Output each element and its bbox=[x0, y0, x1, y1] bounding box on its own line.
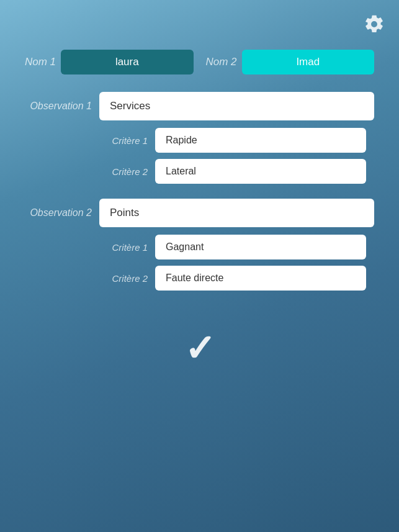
criteria2-2-label: Critère 2 bbox=[99, 273, 155, 284]
name-group-2: Nom 2 Imad bbox=[206, 50, 375, 74]
settings-button[interactable] bbox=[361, 11, 388, 38]
criteria1-2-value[interactable]: Lateral bbox=[155, 159, 366, 184]
observation2-value[interactable]: Points bbox=[99, 199, 374, 227]
name-group-1: Nom 1 laura bbox=[25, 50, 194, 74]
observation1-label: Observation 1 bbox=[25, 101, 99, 112]
name-row: Nom 1 laura Nom 2 Imad bbox=[25, 50, 374, 74]
criteria2-2-value[interactable]: Faute directe bbox=[155, 266, 366, 291]
nom2-label: Nom 2 bbox=[206, 56, 242, 68]
criteria1-2-row: Critère 2 Lateral bbox=[99, 159, 374, 184]
criteria1-1-label: Critère 1 bbox=[99, 135, 155, 146]
gear-icon bbox=[364, 14, 385, 37]
criteria-list-2: Critère 1 Gagnant Critère 2 Faute direct… bbox=[25, 235, 374, 291]
criteria-list-1: Critère 1 Rapide Critère 2 Lateral bbox=[25, 128, 374, 184]
criteria2-1-value[interactable]: Gagnant bbox=[155, 235, 366, 259]
criteria1-2-label: Critère 2 bbox=[99, 166, 155, 177]
criteria2-2-row: Critère 2 Faute directe bbox=[99, 266, 374, 291]
observation1-value[interactable]: Services bbox=[99, 92, 374, 120]
nom1-value[interactable]: laura bbox=[61, 50, 193, 74]
observation2-row: Observation 2 Points bbox=[25, 199, 374, 227]
nom2-value[interactable]: Imad bbox=[242, 50, 374, 74]
criteria1-1-value[interactable]: Rapide bbox=[155, 128, 366, 153]
checkmark-icon: ✓ bbox=[184, 330, 215, 367]
main-content: Nom 1 laura Nom 2 Imad Observation 1 Ser… bbox=[0, 0, 399, 392]
observation-section-2: Observation 2 Points Critère 1 Gagnant C… bbox=[25, 199, 374, 291]
checkmark-area[interactable]: ✓ bbox=[25, 330, 374, 367]
nom1-label: Nom 1 bbox=[25, 56, 61, 68]
criteria1-1-row: Critère 1 Rapide bbox=[99, 128, 374, 153]
observation2-label: Observation 2 bbox=[25, 207, 99, 219]
criteria2-1-label: Critère 1 bbox=[99, 242, 155, 253]
observation1-row: Observation 1 Services bbox=[25, 92, 374, 120]
observation-section-1: Observation 1 Services Critère 1 Rapide … bbox=[25, 92, 374, 184]
criteria2-1-row: Critère 1 Gagnant bbox=[99, 235, 374, 259]
